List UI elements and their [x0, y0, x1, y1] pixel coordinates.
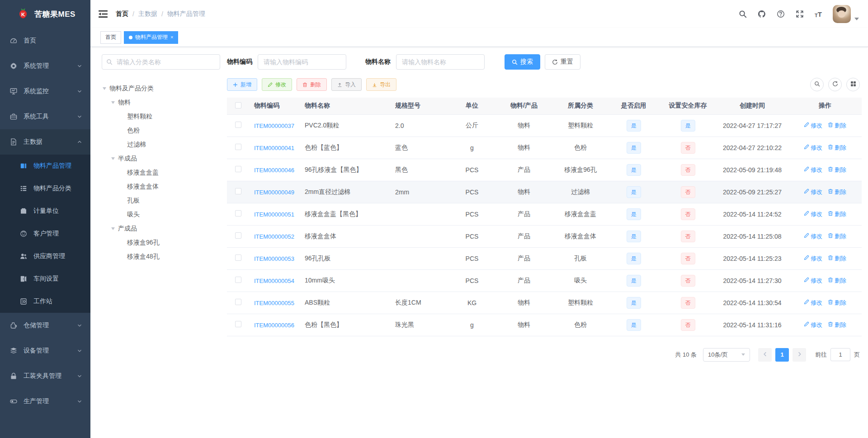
row-checkbox[interactable]	[235, 254, 241, 261]
tree-node-leaf-2-0[interactable]: 移液盒96孔	[102, 235, 220, 250]
row-edit-link[interactable]: 修改	[804, 166, 822, 174]
row-delete-link[interactable]: 删除	[828, 299, 846, 307]
sidebar-item-material-product-management[interactable]: 物料产品管理	[0, 155, 90, 177]
breadcrumb-item-0[interactable]: 首页	[116, 10, 128, 18]
tree-node-leaf-1-1[interactable]: 移液盒盒体	[102, 179, 220, 193]
row-edit-link[interactable]: 修改	[804, 122, 822, 130]
help-icon[interactable]	[777, 10, 785, 18]
row-checkbox[interactable]	[235, 232, 241, 239]
sidebar-item-workstation[interactable]: 工作站	[0, 290, 90, 313]
github-icon[interactable]	[758, 10, 766, 18]
row-delete-link[interactable]: 删除	[828, 277, 846, 285]
sidebar-item-system-management[interactable]: 系统管理	[0, 53, 90, 79]
row-edit-link[interactable]: 修改	[804, 232, 822, 240]
category-search-input[interactable]	[102, 54, 220, 70]
row-delete-link[interactable]: 删除	[828, 210, 846, 218]
tree-expand-caret[interactable]	[111, 227, 115, 232]
row-delete-link[interactable]: 删除	[828, 144, 846, 152]
sidebar-item-equipment-management[interactable]: 设备管理	[0, 338, 90, 363]
row-delete-link[interactable]: 删除	[828, 188, 846, 196]
material-code-link[interactable]: ITEM00000037	[254, 122, 294, 129]
sidebar-item-master-data[interactable]: 主数据	[0, 129, 90, 155]
reset-button[interactable]: 重置	[545, 54, 580, 70]
sidebar-item-customer-management[interactable]: 客户管理	[0, 222, 90, 245]
row-edit-link[interactable]: 修改	[804, 188, 822, 196]
row-checkbox[interactable]	[235, 166, 241, 172]
tree-expand-caret[interactable]	[103, 87, 106, 92]
row-delete-link[interactable]: 删除	[828, 321, 846, 329]
row-checkbox[interactable]	[235, 299, 241, 305]
tree-node-group-2[interactable]: 产成品	[102, 221, 220, 235]
page-1-button[interactable]: 1	[775, 348, 789, 362]
select-all-checkbox[interactable]	[235, 102, 241, 108]
export-button[interactable]: 导出	[366, 78, 396, 91]
row-checkbox[interactable]	[235, 144, 241, 150]
row-edit-link[interactable]: 修改	[804, 299, 822, 307]
material-code-link[interactable]: ITEM00000049	[254, 189, 294, 196]
logo[interactable]: K 苦糖果MES	[0, 0, 90, 28]
breadcrumb-item-1[interactable]: 主数据	[138, 10, 157, 18]
sidebar-item-fixture-management[interactable]: 工装夹具管理	[0, 363, 90, 389]
sidebar-item-measure-unit[interactable]: 计量单位	[0, 200, 90, 222]
material-code-link[interactable]: ITEM00000056	[254, 322, 294, 329]
show-search-button[interactable]	[810, 78, 824, 91]
delete-button[interactable]: 删除	[297, 78, 327, 91]
sidebar-item-production-management[interactable]: 生产管理	[0, 389, 90, 414]
row-edit-link[interactable]: 修改	[804, 321, 822, 329]
prev-page-button[interactable]	[758, 348, 772, 362]
sidebar-item-system-monitor[interactable]: 系统监控	[0, 79, 90, 104]
search-icon[interactable]	[739, 10, 747, 18]
search-button[interactable]: 搜索	[505, 54, 540, 70]
next-page-button[interactable]	[793, 348, 806, 362]
tree-node-leaf-1-3[interactable]: 吸头	[102, 207, 220, 221]
material-code-link[interactable]: ITEM00000055	[254, 300, 294, 306]
close-icon[interactable]: ×	[170, 35, 173, 40]
tree-node-leaf-1-0[interactable]: 移液盒盒盖	[102, 165, 220, 179]
row-checkbox[interactable]	[235, 321, 241, 327]
tree-node-root[interactable]: 物料及产品分类	[102, 81, 220, 95]
tree-expand-caret[interactable]	[111, 101, 115, 106]
row-checkbox[interactable]	[235, 277, 241, 283]
row-delete-link[interactable]: 删除	[828, 254, 846, 263]
avatar[interactable]	[833, 5, 851, 23]
material-code-link[interactable]: ITEM00000054	[254, 278, 294, 284]
font-size-icon[interactable]: TT	[815, 10, 822, 18]
material-code-link[interactable]: ITEM00000052	[254, 233, 294, 240]
fullscreen-icon[interactable]	[796, 10, 804, 18]
row-checkbox[interactable]	[235, 210, 241, 217]
goto-page-input[interactable]	[830, 348, 850, 361]
material-name-input[interactable]	[396, 54, 485, 70]
hamburger-icon[interactable]	[99, 10, 108, 18]
row-delete-link[interactable]: 删除	[828, 166, 846, 174]
row-edit-link[interactable]: 修改	[804, 254, 822, 263]
tree-node-leaf-2-1[interactable]: 移液盒48孔	[102, 250, 220, 264]
tree-node-group-0[interactable]: 物料	[102, 95, 220, 109]
edit-button[interactable]: 修改	[262, 78, 292, 91]
add-button[interactable]: 新增	[227, 78, 257, 91]
material-code-link[interactable]: ITEM00000041	[254, 145, 294, 151]
material-code-link[interactable]: ITEM00000046	[254, 167, 294, 174]
page-size-select[interactable]: 10条/页	[703, 348, 750, 362]
material-code-link[interactable]: ITEM00000053	[254, 255, 294, 262]
sidebar-item-warehouse-management[interactable]: 仓储管理	[0, 313, 90, 338]
material-code-input[interactable]	[258, 54, 346, 70]
material-code-link[interactable]: ITEM00000051	[254, 211, 294, 218]
import-button[interactable]: 导入	[331, 78, 362, 91]
refresh-button[interactable]	[828, 78, 842, 91]
tree-node-leaf-0-0[interactable]: 塑料颗粒	[102, 109, 220, 123]
tree-node-leaf-1-2[interactable]: 孔板	[102, 193, 220, 207]
row-edit-link[interactable]: 修改	[804, 210, 822, 218]
row-checkbox[interactable]	[235, 188, 241, 194]
column-settings-button[interactable]	[846, 78, 860, 91]
tag-home[interactable]: 首页	[100, 31, 121, 44]
row-edit-link[interactable]: 修改	[804, 277, 822, 285]
sidebar-item-system-tools[interactable]: 系统工具	[0, 104, 90, 129]
sidebar-item-workshop-settings[interactable]: 车间设置	[0, 268, 90, 290]
tree-expand-caret[interactable]	[111, 157, 115, 162]
sidebar-item-home[interactable]: 首页	[0, 28, 90, 53]
sidebar-item-supplier-management[interactable]: 供应商管理	[0, 245, 90, 268]
sidebar-item-material-product-category[interactable]: 物料产品分类	[0, 177, 90, 200]
tree-node-leaf-0-2[interactable]: 过滤棉	[102, 137, 220, 151]
user-menu[interactable]	[833, 5, 859, 23]
row-delete-link[interactable]: 删除	[828, 122, 846, 130]
